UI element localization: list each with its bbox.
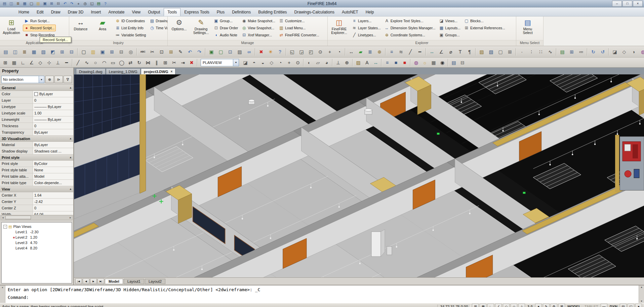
area-icon[interactable]: ▰ bbox=[356, 47, 365, 57]
collapse-icon[interactable]: ▲ bbox=[69, 86, 72, 89]
revcloud-icon[interactable]: ∿ bbox=[546, 47, 555, 57]
snap-icon[interactable]: ⊞ bbox=[1, 59, 10, 67]
external-references-button[interactable]: ⊞External References... bbox=[463, 25, 507, 31]
undo-icon[interactable]: ↶ bbox=[62, 1, 68, 6]
visual-styles-icon[interactable]: ◑ bbox=[629, 47, 638, 57]
distance-button[interactable]: ↔Distance bbox=[70, 18, 91, 32]
lineweight-icon[interactable]: ━ bbox=[415, 47, 425, 57]
clean-screen-icon[interactable]: ◱ bbox=[628, 304, 634, 307]
dimension-styles-manager-button[interactable]: ↔Dimension Styles Manager... bbox=[383, 25, 437, 31]
lwt-icon[interactable]: ━ bbox=[62, 59, 71, 67]
section-header-print-style[interactable]: Print style▲ bbox=[0, 155, 73, 161]
pan-icon[interactable]: + bbox=[75, 1, 82, 6]
tab-building-entities[interactable]: Building Entities bbox=[254, 8, 290, 16]
mtext-icon[interactable]: A bbox=[363, 59, 371, 67]
quick-properties-toggle-icon[interactable]: ▤ bbox=[620, 304, 627, 307]
tab-edit[interactable]: Edit bbox=[33, 8, 47, 16]
arc-icon[interactable]: ◠ bbox=[100, 59, 109, 67]
hatch-icon[interactable]: ▨ bbox=[477, 47, 486, 57]
property-value[interactable]: Color-depende... bbox=[33, 180, 73, 186]
zoom-icon[interactable]: ◎ bbox=[82, 1, 88, 6]
command-history[interactable]: Enter an option [2DWireframe/3DWireframe… bbox=[5, 285, 639, 303]
chevron-down-icon[interactable]: ▼ bbox=[39, 76, 44, 83]
layers2-icon[interactable]: ≡ bbox=[383, 59, 392, 67]
property-value[interactable]: Model bbox=[33, 173, 73, 179]
tablet-toggle[interactable]: TABLET bbox=[583, 305, 600, 307]
collapse-icon[interactable]: ▲ bbox=[69, 187, 72, 191]
array-icon[interactable]: ⊞ bbox=[161, 59, 170, 67]
otrack-toggle-icon[interactable]: ⊹ bbox=[511, 304, 517, 307]
maximize-button[interactable]: □ bbox=[622, 1, 632, 7]
offset-icon[interactable]: ∥ bbox=[152, 59, 161, 67]
open-icon[interactable]: ▥ bbox=[88, 47, 98, 57]
property-value[interactable]: 1.00 bbox=[33, 110, 73, 116]
tab-tools[interactable]: Tools bbox=[164, 8, 180, 16]
ortho-toggle-icon[interactable]: ∟ bbox=[487, 304, 494, 307]
front-view-icon[interactable]: ◒ bbox=[258, 59, 267, 67]
property-value[interactable]: ————ByLayer bbox=[33, 116, 73, 123]
make-snapshot-button[interactable]: ◉Make Snapshot... bbox=[240, 18, 277, 24]
distance-icon[interactable]: ↔ bbox=[347, 47, 356, 57]
load-menu-button[interactable]: ▥Load Menu... bbox=[278, 25, 321, 31]
close-button[interactable]: × bbox=[633, 1, 643, 7]
save-all-icon[interactable]: ⊞ bbox=[107, 47, 117, 57]
drawing-viewport[interactable] bbox=[74, 74, 644, 277]
lineweight-toggle-icon[interactable]: ▬ bbox=[601, 304, 607, 307]
polar-toggle-icon[interactable]: ∠ bbox=[495, 304, 502, 307]
camera-icon[interactable]: ◉ bbox=[438, 59, 447, 67]
id-coordinates-button[interactable]: ⊕ID Coordinates bbox=[114, 18, 147, 24]
spell-check-icon[interactable]: ABC bbox=[138, 47, 148, 57]
status-menu-icon[interactable]: ▾ bbox=[635, 304, 642, 307]
property-value[interactable]: 1.64 bbox=[33, 192, 73, 198]
new-icon[interactable]: ▢ bbox=[79, 47, 88, 57]
finefire-converter-button[interactable]: ⇄FineFIRE Converter... bbox=[278, 32, 321, 38]
bld-sections-icon[interactable]: ⊟ bbox=[67, 47, 76, 57]
print-icon[interactable]: ⊟ bbox=[55, 1, 62, 6]
cursor-coordinates[interactable]: 34.72,31.75,0.00 bbox=[437, 305, 471, 307]
tree-expander-icon[interactable]: - bbox=[3, 225, 7, 229]
new-drawing-icon[interactable]: ▢ bbox=[28, 1, 35, 6]
pan-icon[interactable]: + bbox=[325, 47, 334, 57]
area-button[interactable]: ▰Area bbox=[92, 18, 113, 32]
hatch2-icon[interactable]: ▨ bbox=[354, 59, 363, 67]
tab-draw-3d[interactable]: Draw 3D bbox=[64, 8, 87, 16]
dimension-icon[interactable]: ↔ bbox=[371, 59, 380, 67]
section-header-view[interactable]: View▲ bbox=[0, 186, 73, 192]
save-all-icon[interactable]: ⊞ bbox=[48, 1, 55, 6]
wireframe-icon[interactable]: ▱ bbox=[314, 59, 322, 67]
collapse-icon[interactable]: ▲ bbox=[69, 137, 72, 140]
xref-attach-icon[interactable]: ⊡ bbox=[226, 47, 235, 57]
scroll-up-icon[interactable]: ▲ bbox=[641, 286, 642, 288]
property-value[interactable]: 0 bbox=[33, 205, 73, 211]
explore-text-styles-button[interactable]: AExplore Text Styles... bbox=[383, 18, 437, 24]
run-script-button[interactable]: ▶Run Script... bbox=[23, 18, 56, 24]
text-multi-icon[interactable]: ¶ bbox=[465, 47, 474, 57]
section-header-general[interactable]: General▲ bbox=[0, 85, 73, 91]
view-name-combo[interactable]: PLANVIEW▼ bbox=[201, 59, 239, 66]
ellipse-icon[interactable]: ◯ bbox=[117, 59, 126, 67]
zoom-window-icon[interactable]: ◱ bbox=[89, 1, 95, 6]
property-value[interactable]: 64.06 bbox=[33, 211, 73, 215]
grid-icon[interactable]: ▦ bbox=[10, 59, 18, 67]
ucs-icon[interactable]: ⊥ bbox=[334, 59, 343, 67]
selection-dropdown[interactable]: No selection ▼ bbox=[1, 76, 44, 83]
render2-icon[interactable]: ◍ bbox=[412, 59, 420, 67]
calculator-icon[interactable]: ≔ bbox=[576, 47, 586, 57]
property-value[interactable]: 0 bbox=[33, 97, 73, 103]
bld-zones-icon[interactable]: ▦ bbox=[22, 1, 28, 6]
open-icon[interactable]: ▥ bbox=[35, 1, 41, 6]
otrack-icon[interactable]: ⊹ bbox=[45, 59, 53, 67]
group-button[interactable]: ▣Group... bbox=[212, 18, 239, 24]
bld-view-icon[interactable]: ◩ bbox=[48, 47, 57, 57]
property-value[interactable]: ————ByLayer bbox=[33, 104, 73, 110]
options-button[interactable]: ⚙Options... bbox=[169, 18, 190, 32]
tab-help[interactable]: Help bbox=[362, 8, 378, 16]
bld-new-icon[interactable]: ▤ bbox=[1, 1, 8, 6]
layouts-button[interactable]: ▦Layouts... bbox=[438, 25, 462, 31]
dim-radius-icon[interactable]: ⌀ bbox=[446, 47, 455, 57]
osnap-toggle-icon[interactable]: ◇ bbox=[503, 304, 510, 307]
properties-icon[interactable]: ▤ bbox=[558, 47, 567, 57]
circle-icon[interactable]: ○ bbox=[91, 59, 100, 67]
redo-icon[interactable]: ↷ bbox=[195, 47, 204, 57]
bld-walls-icon[interactable]: ▦ bbox=[29, 47, 39, 57]
